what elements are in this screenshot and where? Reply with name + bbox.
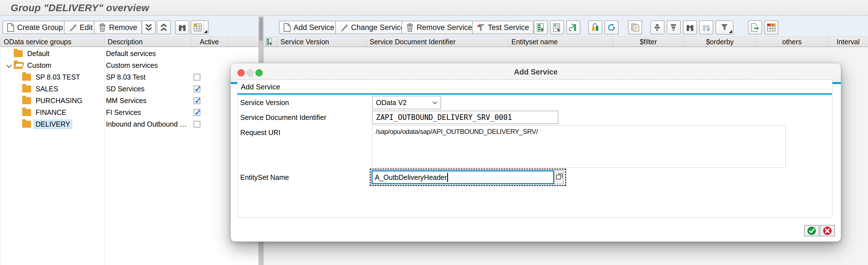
display-change-button[interactable] (588, 21, 602, 34)
tree-row-sales[interactable]: SALES SD Services (0, 83, 259, 95)
active-checkbox[interactable] (193, 86, 200, 93)
edit-button[interactable]: Edit (64, 21, 97, 34)
group-description: Default services (106, 47, 187, 59)
tree-row-default[interactable]: Default Default services (0, 47, 259, 59)
column-header-interval[interactable]: Interval (828, 37, 868, 47)
sort-ascending-button[interactable] (650, 21, 664, 34)
request-uri-textarea[interactable]: /sap/opu/odata/sap/API_OUTBOUND_DELIVERY… (372, 125, 785, 168)
refresh-icon (607, 23, 616, 32)
select-all-header-cell[interactable] (264, 37, 277, 47)
find-button[interactable] (175, 21, 189, 34)
create-group-button[interactable]: Create Group (2, 21, 68, 34)
column-header-entityset-name[interactable]: Entityset name (508, 37, 613, 47)
service-version-select[interactable]: OData V2 (372, 96, 441, 109)
add-service-button[interactable]: Add Service (279, 21, 339, 34)
active-checkbox[interactable] (193, 109, 200, 116)
toolbar-band: Create Group Edit Remove Add Service (0, 16, 868, 36)
remove-service-button[interactable]: Remove Service (401, 21, 476, 34)
group-description: Inbound and Outbound … (106, 118, 187, 130)
remove-button[interactable]: Remove (94, 21, 142, 34)
group-name[interactable]: Default (27, 49, 49, 58)
expand-all-button[interactable] (157, 21, 171, 34)
tree-row-finance[interactable]: FINANCE FI Services (0, 106, 259, 118)
export-icon (750, 23, 760, 32)
group-name[interactable]: Custom (27, 61, 51, 69)
add-service-dialog: Add Service Add Service Service Version … (230, 63, 841, 242)
service-document-identifier-label: Service Document Identifier (240, 113, 326, 122)
collapse-all-icon (145, 23, 153, 32)
group-description: SP 8.03 Test (106, 71, 187, 83)
select-list-button[interactable] (550, 21, 564, 34)
group-description: SD Services (106, 83, 187, 95)
service-document-identifier-input[interactable]: ZAPI_OUTBOUND_DELIVERY_SRV_0001 (372, 111, 558, 124)
title-band: Group "DELIVERY" overview (0, 0, 868, 16)
test-service-button[interactable]: Test Service (472, 21, 533, 34)
find-next-button[interactable] (699, 21, 713, 34)
sort-descending-icon (670, 23, 678, 32)
filter-button[interactable] (715, 21, 734, 34)
export-button[interactable] (748, 21, 762, 34)
group-name[interactable]: PURCHASING (36, 97, 83, 105)
find-button[interactable] (683, 21, 697, 34)
confirm-button[interactable] (804, 225, 819, 236)
group-name[interactable]: SALES (36, 85, 58, 93)
dialog-titlebar[interactable]: Add Service (231, 63, 841, 82)
copy-button[interactable] (628, 21, 642, 34)
add-service-label: Add Service (293, 23, 335, 32)
select-list-icon (553, 23, 561, 32)
chevron-down-icon[interactable] (6, 63, 12, 68)
tree-row-purchasing[interactable]: PURCHASING MM Services (0, 95, 259, 106)
column-header-others[interactable]: others (756, 37, 828, 47)
select-details-button[interactable] (534, 21, 548, 34)
active-checkbox[interactable] (193, 97, 200, 104)
services-header-row: Service Version Service Document Identif… (264, 36, 868, 47)
service-version-label: Service Version (240, 99, 289, 107)
section-underline (238, 93, 832, 95)
column-header-orderby[interactable]: $orderby (684, 37, 756, 47)
tree-row-sp-803-test[interactable]: SP 8.03 TEST SP 8.03 Test (0, 71, 259, 83)
sort-descending-button[interactable] (667, 21, 681, 34)
column-header-description[interactable]: Description (104, 37, 191, 47)
tree-header-row: OData service groups Description Active (0, 36, 258, 47)
chevron-down-icon (433, 100, 437, 104)
edit-label: Edit (80, 23, 93, 32)
layout-grid-icon (193, 23, 202, 32)
copy-icon (631, 23, 639, 32)
sort-ascending-icon (653, 23, 662, 32)
value-help-icon (556, 174, 562, 180)
layout-grid-button[interactable] (191, 21, 209, 34)
remove-service-label: Remove Service (416, 23, 472, 32)
refresh-button[interactable] (604, 21, 618, 34)
group-name[interactable]: SP 8.03 TEST (36, 73, 80, 81)
scrollbar-thumb[interactable] (259, 18, 263, 41)
collapse-all-button[interactable] (142, 21, 156, 34)
change-service-label: Change Service (351, 23, 405, 32)
trash-icon (406, 23, 414, 32)
folder-icon (22, 86, 31, 93)
filter-dropdown-icon (729, 30, 732, 33)
active-checkbox[interactable] (193, 74, 200, 81)
column-header-service-version[interactable]: Service Version (277, 37, 366, 47)
group-description: MM Services (106, 95, 187, 106)
cancel-button[interactable] (820, 225, 835, 236)
active-checkbox[interactable] (193, 121, 200, 128)
column-header-filter[interactable]: $filter (613, 37, 684, 47)
request-uri-label: Request URI (240, 129, 280, 137)
filter-icon (720, 23, 728, 32)
group-description: Custom services (106, 59, 187, 71)
tree-row-delivery[interactable]: DELIVERY Inbound and Outbound … (0, 118, 259, 130)
change-service-button[interactable]: Change Service (335, 21, 409, 34)
table-settings-button[interactable] (764, 21, 778, 34)
entityset-name-input[interactable]: A_OutbDeliveryHeader (371, 170, 554, 184)
group-name-selected[interactable]: DELIVERY (33, 119, 72, 129)
column-header-active[interactable]: Active (191, 37, 228, 47)
column-header-service-document-identifier[interactable]: Service Document Identifier (366, 37, 508, 47)
test-service-label: Test Service (488, 23, 529, 32)
deselect-all-icon (569, 23, 578, 32)
layout-grid-dropdown[interactable] (204, 21, 208, 34)
value-help-button[interactable] (554, 170, 563, 184)
column-header-odata-service-groups[interactable]: OData service groups (0, 37, 104, 47)
group-name[interactable]: FINANCE (36, 108, 66, 117)
deselect-all-button[interactable] (566, 21, 580, 34)
tree-row-custom[interactable]: Custom Custom services (0, 59, 259, 71)
